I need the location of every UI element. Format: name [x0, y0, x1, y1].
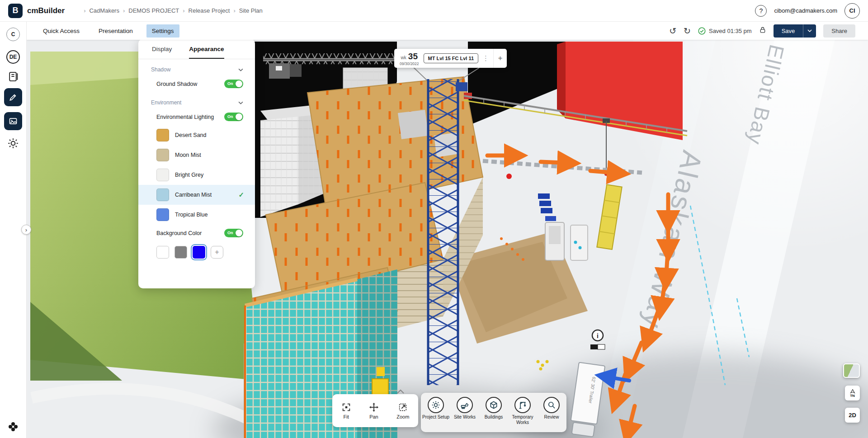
bg-swatch-white[interactable]: [156, 246, 169, 259]
breadcrumb-item[interactable]: Site Plan: [239, 7, 263, 14]
toggle-knob: [236, 113, 242, 120]
menu-settings[interactable]: Settings: [146, 24, 179, 38]
temporary-works-button[interactable]: Temporary Works: [509, 397, 537, 425]
toolbar-collapse-chevron[interactable]: [396, 388, 405, 396]
preset-bright-grey[interactable]: Bright Grey: [138, 165, 255, 185]
app-logo[interactable]: B: [8, 4, 23, 18]
zoom-button[interactable]: Zoom: [396, 402, 409, 419]
markup-tool-icon[interactable]: [4, 88, 22, 106]
toggle-on-label: On: [227, 81, 233, 86]
toggle-on-label: On: [227, 114, 233, 119]
project-setup-icon: [428, 397, 444, 413]
journal-tool-icon[interactable]: [8, 71, 19, 82]
app-name: cmBuilder: [27, 6, 65, 15]
timeline-overflow-icon[interactable]: ⋮: [478, 54, 493, 62]
mode-label: Review: [544, 414, 559, 420]
breadcrumb-item[interactable]: DEMOS PROJECT: [128, 7, 179, 14]
environment-section-header[interactable]: Environment: [138, 92, 255, 108]
chevron-down-icon: [238, 101, 243, 104]
viewport-nav-toolbar: Fit Pan Zoom: [332, 394, 418, 427]
saved-text: Saved 01:35 pm: [709, 28, 752, 34]
saved-check-icon: [698, 27, 706, 35]
preset-swatch: [156, 149, 169, 161]
breadcrumb-item[interactable]: Release Project: [189, 7, 230, 14]
true-north-button[interactable]: TN: [845, 386, 860, 400]
tab-appearance[interactable]: Appearance: [189, 46, 224, 59]
save-dropdown-button[interactable]: [803, 24, 816, 38]
media-tool-icon[interactable]: [4, 112, 22, 130]
pan-icon: [369, 402, 379, 412]
pan-button[interactable]: Pan: [369, 402, 379, 419]
preset-moon-mist[interactable]: Moon Mist: [138, 145, 255, 165]
save-status: Saved 01:35 pm: [698, 27, 752, 35]
timeline-widget: wk 35 09/30/2022 MT Lvl 15 FC Lvl 11 ⋮ +: [394, 49, 507, 68]
buildings-button[interactable]: Buildings: [480, 397, 508, 420]
selected-check-icon: ✓: [238, 191, 244, 199]
background-color-label: Background Color: [156, 230, 202, 236]
minimap-thumbnail[interactable]: [843, 363, 860, 378]
timeline-week[interactable]: wk 35 09/30/2022: [394, 50, 424, 67]
user-badge[interactable]: DE: [6, 50, 20, 64]
mode-label: Project Setup: [422, 414, 449, 420]
toggle-knob: [236, 230, 242, 236]
tab-display[interactable]: Display: [152, 46, 172, 59]
app-header: B cmBuilder › CadMakers › DEMOS PROJECT …: [0, 0, 868, 22]
save-button[interactable]: Save: [774, 24, 803, 38]
environmental-lighting-toggle[interactable]: On: [224, 113, 243, 121]
user-avatar[interactable]: CI: [844, 3, 860, 19]
preset-label: Bright Grey: [175, 172, 203, 178]
lock-icon[interactable]: [759, 26, 766, 36]
workspace-avatar[interactable]: C: [6, 28, 20, 41]
breadcrumb-sep-icon: ›: [84, 7, 85, 14]
background-color-toggle[interactable]: On: [224, 229, 243, 237]
breadcrumb-sep-icon: ›: [183, 7, 184, 14]
preset-swatch: [156, 129, 169, 141]
review-icon: [543, 397, 560, 413]
preset-swatch: [156, 188, 169, 201]
buildings-icon: [486, 397, 502, 413]
pan-label: Pan: [369, 414, 378, 419]
help-icon[interactable]: ?: [755, 5, 767, 17]
mode-label: Site Works: [454, 414, 476, 420]
user-email: cibom@cadmakers.com: [774, 7, 837, 14]
undo-icon[interactable]: ↺: [669, 27, 676, 35]
preset-swatch: [156, 169, 169, 181]
preset-label: Tropical Blue: [175, 212, 208, 218]
preset-desert-sand[interactable]: Desert Sand: [138, 125, 255, 145]
mode-label: Buildings: [485, 414, 503, 420]
view-2d-button[interactable]: 2D: [845, 408, 860, 423]
menu-presentation[interactable]: Presentation: [93, 24, 138, 38]
background-color-row: Background Color On: [138, 225, 255, 241]
project-setup-button[interactable]: Project Setup: [422, 397, 450, 420]
breadcrumb-item[interactable]: CadMakers: [89, 7, 119, 14]
fit-icon: [341, 402, 351, 412]
week-prefix: wk: [401, 55, 406, 60]
bg-swatch-blue[interactable]: [193, 246, 205, 259]
fit-label: Fit: [344, 414, 349, 419]
preset-carribean-mist[interactable]: Carribean Mist ✓: [138, 185, 255, 205]
mode-label: Temporary Works: [509, 414, 537, 425]
add-swatch-button[interactable]: +: [211, 246, 223, 259]
apps-flower-icon[interactable]: [8, 422, 18, 432]
review-button[interactable]: Review: [538, 397, 566, 420]
north-label: TN: [850, 394, 855, 398]
site-works-button[interactable]: Site Works: [451, 397, 479, 420]
fit-button[interactable]: Fit: [341, 402, 351, 419]
panel-expand-handle[interactable]: ›: [21, 225, 31, 235]
timeline-add-button[interactable]: +: [493, 49, 507, 68]
week-number: 35: [408, 52, 418, 61]
app-root: Elliott Bay Alaskan Way: [0, 0, 868, 438]
menu-quick-access[interactable]: Quick Access: [38, 24, 85, 38]
settings-gear-icon[interactable]: [7, 137, 19, 149]
save-split-button: Save: [774, 24, 816, 38]
preset-tropical-blue[interactable]: Tropical Blue: [138, 205, 255, 225]
environmental-lighting-label: Environmental Lighting: [156, 114, 214, 120]
ground-shadow-label: Ground Shadow: [156, 81, 197, 87]
milestone-chip[interactable]: MT Lvl 15 FC Lvl 11: [424, 53, 478, 63]
share-button[interactable]: Share: [823, 24, 855, 38]
shadow-section-header[interactable]: Shadow: [138, 59, 255, 75]
bg-swatch-grey[interactable]: [175, 246, 187, 259]
chevron-down-icon: [238, 68, 243, 71]
ground-shadow-toggle[interactable]: On: [224, 80, 243, 88]
redo-icon[interactable]: ↻: [684, 27, 691, 35]
